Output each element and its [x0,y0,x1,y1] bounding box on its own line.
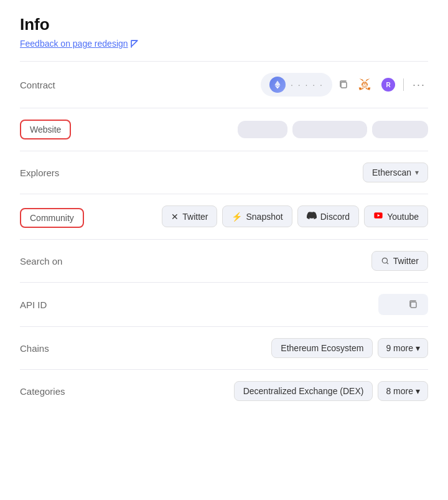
svg-marker-8 [365,88,367,90]
contract-label: Contract [20,80,95,90]
svg-rect-16 [411,302,416,308]
chains-chevron-icon: ▾ [416,343,420,353]
contract-actions: M R ··· [337,76,428,93]
svg-marker-2 [359,78,363,82]
website-pill-1 [238,121,287,138]
address-dots: · · · · · [291,80,324,90]
x-icon: ✕ [171,212,179,222]
website-row: Website [20,108,428,151]
eth-icon [269,77,286,93]
rabby-button[interactable]: R [380,76,397,93]
website-pill-2 [292,121,367,138]
contract-row: Contract · · · · · [20,62,428,108]
api-id-label: API ID [20,300,95,310]
youtube-label: Youtube [387,212,419,222]
contract-address-pill: · · · · · [261,73,332,97]
explorers-row: Explorers Etherscan ▾ [20,151,428,194]
youtube-community-button[interactable]: Youtube [364,205,428,227]
discord-community-button[interactable]: Discord [297,205,359,227]
api-id-content [102,294,428,315]
search-icon [381,257,390,265]
snapshot-icon: ⚡ [231,212,242,222]
rabby-icon: R [381,77,396,92]
dex-tag[interactable]: Decentralized Exchange (DEX) [234,381,373,401]
categories-label: Categories [20,386,95,397]
copy-icon [338,80,348,90]
chains-content: Ethereum Ecosystem 9 more ▾ [102,338,428,358]
svg-text:M: M [363,82,367,88]
search-on-row: Search on Twitter [20,240,428,282]
search-on-twitter-label: Twitter [393,256,419,266]
copy-api-id-button[interactable] [407,298,419,311]
svg-marker-3 [367,88,370,90]
svg-marker-1 [365,78,370,82]
copy-address-button[interactable] [337,78,350,91]
chains-more-button[interactable]: 9 more ▾ [378,338,428,358]
search-on-twitter-button[interactable]: Twitter [371,251,428,271]
feedback-link-text: Feedback on page redesign [20,39,128,49]
community-buttons: ✕ Twitter ⚡ Snapshot Discord Youtube [91,205,428,227]
svg-marker-4 [359,88,362,90]
snapshot-label: Snapshot [246,212,282,222]
metamask-button[interactable]: M [356,76,373,93]
svg-text:R: R [386,82,391,88]
categories-more-label: 8 more [386,386,413,396]
chains-label: Chains [20,343,95,354]
ethereum-logo [273,80,282,89]
api-id-box [378,294,428,315]
twitter-community-button[interactable]: ✕ Twitter [162,205,217,227]
more-options-button[interactable]: ··· [410,77,428,93]
snapshot-community-button[interactable]: ⚡ Snapshot [222,205,292,227]
discord-label: Discord [320,212,350,222]
feedback-link[interactable]: Feedback on page redesign [20,39,139,49]
twitter-label: Twitter [182,212,208,222]
api-id-row: API ID [20,283,428,326]
external-link-icon [131,40,139,48]
explorers-label: Explorers [20,167,95,178]
ethereum-ecosystem-tag[interactable]: Ethereum Ecosystem [271,338,373,358]
discord-icon [307,210,317,222]
search-on-label: Search on [20,256,95,267]
categories-row: Categories Decentralized Exchange (DEX) … [20,370,428,412]
community-label[interactable]: Community [20,208,84,228]
categories-chevron-icon: ▾ [416,386,420,396]
svg-rect-0 [341,82,347,88]
copy-api-icon [408,300,418,309]
metamask-icon: M [357,77,372,92]
youtube-icon [373,210,383,222]
svg-marker-7 [362,88,364,90]
chains-row: Chains Ethereum Ecosystem 9 more ▾ [20,327,428,369]
community-row: Community ✕ Twitter ⚡ Snapshot Discord [20,194,428,239]
page-title: Info [20,15,428,34]
categories-content: Decentralized Exchange (DEX) 8 more ▾ [102,381,428,401]
contract-divider [403,78,404,91]
website-content [78,121,428,138]
explorers-dropdown[interactable]: Etherscan ▾ [363,163,428,182]
chevron-down-icon: ▾ [415,168,419,177]
website-pill-3 [372,121,428,138]
contract-content: · · · · · [102,73,428,97]
chains-more-label: 9 more [386,343,413,353]
explorers-selected: Etherscan [372,167,411,177]
search-on-content: Twitter [102,251,428,271]
categories-more-button[interactable]: 8 more ▾ [378,381,428,401]
website-label[interactable]: Website [20,120,71,139]
explorers-content: Etherscan ▾ [102,163,428,182]
